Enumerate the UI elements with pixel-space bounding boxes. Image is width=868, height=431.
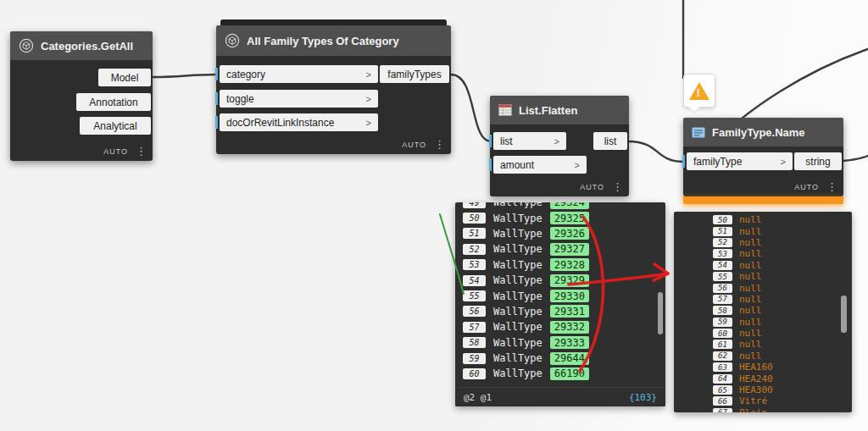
node-categories-getall[interactable]: Categories.GetAll Model Annotation Analy… <box>10 31 153 161</box>
row-index: 51 <box>463 228 486 239</box>
data-preview-familytype-name[interactable]: 50 null 51 null 52 null 53 null <box>674 212 852 412</box>
row-string-value: null <box>739 260 762 271</box>
row-index: 60 <box>713 329 732 338</box>
row-index: 55 <box>713 272 732 281</box>
row-index: 51 <box>713 227 732 236</box>
node-header[interactable]: Categories.GetAll <box>10 31 153 60</box>
input-port-category[interactable]: category > <box>220 65 378 83</box>
preview-row: 61 null <box>674 339 852 350</box>
node-footer: AUTO ⋮ <box>402 139 445 150</box>
kebab-menu-icon[interactable]: ⋮ <box>136 146 147 157</box>
preview-row: 56 WallType 29331 <box>455 304 665 319</box>
chevron-right-icon: > <box>566 160 580 170</box>
node-title: List.Flatten <box>519 104 577 117</box>
row-string-value: null <box>739 214 762 225</box>
row-value-badge: 29325 <box>550 212 589 224</box>
lacing-mode: AUTO <box>580 183 604 191</box>
node-title: All Family Types Of Category <box>247 35 399 47</box>
output-port-analytical[interactable]: Analytical <box>80 117 151 135</box>
preview-row: 52 null <box>674 237 852 248</box>
node-title: Categories.GetAll <box>41 40 133 52</box>
data-preview-list-flatten[interactable]: 49 WallType 29324 50 WallType 29325 51 W… <box>455 202 665 406</box>
wire-familytypes-to-list[interactable] <box>451 75 491 141</box>
preview-row: 49 WallType 29324 <box>455 202 665 210</box>
row-index: 54 <box>713 261 732 270</box>
warning-tooltip[interactable]: ! <box>683 74 715 108</box>
input-port-amount[interactable]: amount > <box>493 156 587 174</box>
output-port-model[interactable]: Model <box>98 69 151 86</box>
preview-scrollbar-thumb[interactable] <box>841 296 847 333</box>
input-port-familytype[interactable]: familyType > <box>687 152 793 170</box>
preview-row: 58 null <box>674 305 852 316</box>
row-value-badge: 29332 <box>550 321 589 334</box>
input-port-list[interactable]: list > <box>493 132 566 150</box>
row-string-value: null <box>739 283 762 294</box>
lacing-mode: AUTO <box>103 147 128 156</box>
input-port-docorrevitlinkinstance[interactable]: docOrRevitLinkInstance > <box>220 113 378 131</box>
chevron-right-icon: > <box>772 157 786 167</box>
port-label: category <box>226 69 265 80</box>
preview-row: 53 WallType 29328 <box>455 257 665 273</box>
output-port-list[interactable]: list <box>593 132 627 150</box>
preview-row: 59 null <box>674 317 852 328</box>
kebab-menu-icon[interactable]: ⋮ <box>612 181 623 192</box>
node-all-family-types-of-category[interactable]: All Family Types Of Category category > … <box>216 25 451 154</box>
node-footer: AUTO ⋮ <box>580 181 623 192</box>
row-index: 59 <box>463 353 486 364</box>
preview-row: 55 null <box>674 271 852 282</box>
row-index: 49 <box>463 202 486 208</box>
preview-scrollbar-thumb[interactable] <box>658 292 663 334</box>
row-string-value: null <box>739 339 762 350</box>
input-port-toggle[interactable]: toggle > <box>220 90 378 108</box>
row-type-label: WallType <box>493 213 542 224</box>
row-string-value: Plein <box>739 407 767 412</box>
row-index: 67 <box>713 408 732 412</box>
row-index: 53 <box>713 249 732 258</box>
row-string-value: HEA300 <box>739 384 773 395</box>
row-index: 52 <box>713 238 732 247</box>
node-header[interactable]: FamilyType.Name <box>683 118 843 146</box>
preview-row: 55 WallType 29330 <box>455 288 665 303</box>
row-index: 57 <box>713 295 732 304</box>
port-label: familyType <box>693 156 742 168</box>
preview-rows: 49 WallType 29324 50 WallType 29325 51 W… <box>455 202 665 382</box>
list-node-icon <box>498 104 512 116</box>
row-index: 56 <box>463 306 486 317</box>
chevron-right-icon: > <box>358 94 371 104</box>
preview-row: 62 null <box>674 351 852 362</box>
preview-row: 57 WallType 29332 <box>455 319 665 334</box>
wire-string-to-offscreen[interactable] <box>843 156 868 161</box>
node-title: FamilyType.Name <box>712 126 805 139</box>
port-label: Analytical <box>93 120 136 132</box>
kebab-menu-icon[interactable]: ⋮ <box>826 181 837 192</box>
kebab-menu-icon[interactable]: ⋮ <box>434 139 445 150</box>
preview-row: 50 WallType 29325 <box>455 210 665 225</box>
dynamo-node-graph-canvas[interactable]: Categories.GetAll Model Annotation Analy… <box>0 0 868 431</box>
node-list-flatten[interactable]: List.Flatten list > amount > list AUTO ⋮ <box>490 96 629 196</box>
list-levels-label[interactable]: @2 @1 <box>464 392 492 403</box>
row-type-label: WallType <box>493 259 542 271</box>
row-string-value: null <box>739 237 762 248</box>
row-value-badge: 29330 <box>550 290 589 302</box>
output-port-annotation[interactable]: Annotation <box>76 93 151 111</box>
list-count-label: {103} <box>629 392 657 403</box>
row-value-badge: 29324 <box>550 202 589 209</box>
row-type-label: WallType <box>493 306 542 318</box>
output-port-string[interactable]: string <box>794 152 842 170</box>
preview-row: 64 HEA240 <box>674 373 852 384</box>
node-familytype-name[interactable]: FamilyType.Name familyType > string AUTO… <box>683 118 843 196</box>
node-footer: AUTO ⋮ <box>103 146 147 157</box>
preview-row: 65 HEA300 <box>674 384 852 395</box>
row-index: 55 <box>463 290 486 301</box>
node-header[interactable]: List.Flatten <box>490 96 629 124</box>
wire-model-to-category[interactable] <box>153 75 218 77</box>
row-string-value: null <box>739 317 762 328</box>
package-node-icon <box>19 38 34 53</box>
preview-row: 51 null <box>674 225 852 236</box>
row-value-badge: 29644 <box>550 352 589 365</box>
output-port-familytypes[interactable]: familyTypes <box>380 65 449 83</box>
wire-list-to-familytype[interactable] <box>628 141 684 162</box>
row-index: 52 <box>463 244 486 255</box>
node-header[interactable]: All Family Types Of Category <box>216 25 451 56</box>
row-index: 50 <box>713 215 732 224</box>
